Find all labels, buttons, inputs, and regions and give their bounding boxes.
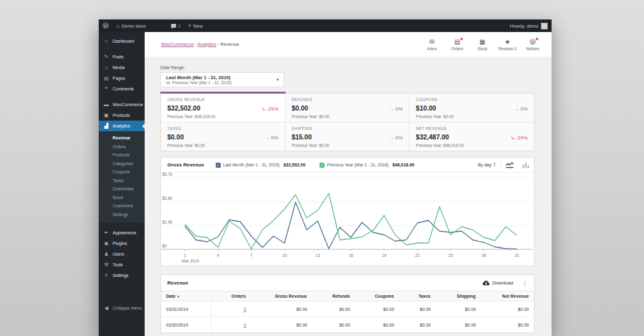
sidebar-item-label: WooCommerce [113, 102, 143, 107]
cloud-download-icon [482, 280, 490, 286]
bar-chart-icon [522, 161, 530, 168]
sidebar-item-plugins[interactable]: ◉Plugins [99, 238, 145, 249]
sidebar-item-posts[interactable]: ✎Posts [99, 51, 145, 62]
new-content-button[interactable]: + New [184, 19, 206, 32]
comments-icon: ❝ [103, 86, 110, 92]
summary-tile-net-revenue[interactable]: NET REVENUE$32,487.00↘ -29%Previous Year… [409, 122, 534, 151]
activity-tab-stock[interactable]: ▦Stock [470, 38, 495, 51]
breadcrumb-analytics[interactable]: Analytics [197, 41, 216, 47]
submenu-item-stock[interactable]: Stock [99, 193, 145, 202]
legend-label: Previous Year (Mar 1 - 31, 2018) [327, 163, 389, 167]
orders-count-link[interactable]: 0 [244, 307, 247, 312]
sidebar-item-label: Products [113, 113, 130, 117]
summary-tile-shipping[interactable]: SHIPPING$15.00→ 0%Previous Year: $0.00 [286, 122, 410, 151]
plugins-icon: ◉ [103, 241, 110, 246]
cell-amount: $0.00 [355, 317, 399, 333]
submenu-item-customers[interactable]: Customers [99, 202, 145, 210]
comment-bubble-icon [171, 24, 176, 28]
tile-trend: → 0% [389, 135, 403, 141]
submenu-item-orders[interactable]: Orders [99, 143, 145, 151]
sidebar-item-products[interactable]: ▣Products [99, 110, 145, 121]
submenu-item-taxes[interactable]: Taxes [99, 176, 145, 185]
summary-tile-gross-revenue[interactable]: GROSS REVENUE$32,502.00↘ -29%Previous Ye… [161, 94, 286, 122]
sidebar-item-label: Plugins [113, 241, 127, 246]
date-range-primary: Last Month (Mar 1 - 31, 2019) [166, 75, 276, 80]
submenu-item-revenue[interactable]: Revenue [99, 134, 145, 143]
chart-header: Gross Revenue ✓Last Month (Mar 1 - 31, 2… [161, 158, 534, 173]
sidebar-item-label: Settings [113, 273, 128, 278]
home-icon: ⌂ [116, 23, 119, 29]
column-header-coupons[interactable]: Coupons [355, 291, 399, 301]
sidebar-item-label: Posts [113, 55, 124, 59]
chart-svg: $0$1.9k$3.8k$5.7k1471013161922252831Mar … [161, 173, 533, 266]
submenu-item-settings[interactable]: Settings [99, 210, 145, 219]
wp-admin-bar: Ⓦ ⌂ Demo store 0 + New Howdy, demo [99, 19, 552, 32]
sidebar-item-media[interactable]: ♫Media [99, 62, 145, 73]
breadcrumb-woocommerce[interactable]: WooCommerce [161, 41, 194, 47]
chevron-down-icon: ▾ [276, 77, 279, 82]
legend-item[interactable]: ✓Last Month (Mar 1 - 31, 2019)$32,502.00 [216, 163, 306, 168]
sidebar-item-users[interactable]: ♟Users [99, 249, 145, 259]
sidebar-item-comments[interactable]: ❝Comments [99, 84, 145, 94]
legend-checkbox-icon[interactable]: ✓ [216, 163, 221, 168]
submenu-item-products[interactable]: Products [99, 151, 145, 160]
bar-chart-toggle-button[interactable] [518, 158, 534, 173]
activity-tab-orders[interactable]: ▤Orders [445, 38, 470, 51]
download-button[interactable]: Download [482, 280, 513, 286]
activity-tab-label: Reviews 0 [498, 46, 516, 51]
activity-tab-reviews[interactable]: ★Reviews 0 [495, 38, 520, 51]
line-chart-toggle-button[interactable] [501, 158, 518, 173]
sidebar-item-appearance[interactable]: ✒Appearance [99, 227, 145, 238]
summary-tile-taxes[interactable]: TAXES$0.00→ 0%Previous Year: $0.00 [161, 122, 286, 151]
cell-amount: $0.00 [481, 317, 534, 333]
column-header-orders[interactable]: Orders [211, 291, 251, 301]
activity-tab-inbox[interactable]: ✉Inbox [419, 38, 445, 51]
cell-amount: $0.00 [251, 301, 312, 317]
sidebar-item-label: Pages [113, 76, 125, 80]
legend-item[interactable]: ✓Previous Year (Mar 1 - 31, 2018)$46,018… [319, 163, 414, 168]
wp-logo-menu[interactable]: Ⓦ [99, 19, 113, 32]
legend-checkbox-icon[interactable]: ✓ [319, 163, 325, 168]
sidebar-item-tools[interactable]: ⚒Tools [99, 259, 145, 270]
column-header-net-revenue[interactable]: Net Revenue [481, 291, 534, 301]
sidebar-item-analytics[interactable]: ▟Analytics [99, 121, 145, 131]
date-range-dropdown[interactable]: Last Month (Mar 1 - 31, 2019) vs. Previo… [160, 72, 284, 87]
sidebar-item-settings[interactable]: ≡Settings [99, 270, 145, 281]
submenu-item-coupons[interactable]: Coupons [99, 168, 145, 176]
column-header-gross-revenue[interactable]: Gross Revenue [251, 291, 312, 301]
sidebar-item-woocommerce[interactable]: ▬WooCommerce [99, 99, 145, 110]
ellipsis-menu-icon[interactable]: ⋮ [513, 280, 528, 286]
users-icon: ♟ [103, 251, 110, 257]
column-header-shipping[interactable]: Shipping [436, 291, 481, 301]
cell-amount: $0.00 [481, 301, 534, 317]
cell-date: 03/31/2019 [161, 301, 211, 317]
sidebar-item-label: Comments [113, 87, 134, 91]
activity-tab-notices[interactable]: ⓌNotices [520, 38, 545, 51]
comments-shortcut[interactable]: 0 [167, 19, 184, 32]
sidebar-item-pages[interactable]: ▤Pages [99, 73, 145, 84]
user-avatar[interactable] [541, 23, 548, 30]
interval-select[interactable]: By day ▲▼ [473, 163, 501, 167]
column-header-date[interactable]: Date ∨ [161, 291, 211, 301]
summary-tile-refunds[interactable]: REFUNDS$0.00→ 0%Previous Year: $0.00 [286, 94, 410, 122]
cell-orders: 0 [211, 317, 251, 333]
column-header-taxes[interactable]: Taxes [399, 291, 436, 301]
summary-tile-coupons[interactable]: COUPONS$10.00→ 0%Previous Year: $0.00 [409, 94, 534, 122]
svg-text:31: 31 [514, 253, 519, 257]
table-title: Revenue [167, 280, 482, 286]
tile-trend: ↘ -29% [261, 106, 279, 112]
chart-panel: Gross Revenue ✓Last Month (Mar 1 - 31, 2… [160, 157, 535, 266]
media-icon: ♫ [103, 65, 110, 70]
svg-text:25: 25 [448, 253, 453, 257]
submenu-item-categories[interactable]: Categories [99, 160, 145, 168]
cell-amount: $0.00 [399, 301, 436, 317]
collapse-menu-button[interactable]: ◀Collapse menu [99, 303, 145, 313]
svg-text:Mar 2019: Mar 2019 [182, 259, 199, 263]
column-header-refunds[interactable]: Refunds [313, 291, 355, 301]
posts-icon: ✎ [103, 54, 110, 60]
submenu-item-downloads[interactable]: Downloads [99, 185, 145, 193]
sidebar-item-dashboard[interactable]: ⌂Dashboard [99, 36, 145, 46]
howdy-label[interactable]: Howdy, demo [510, 23, 538, 29]
site-name-link[interactable]: ⌂ Demo store [113, 19, 150, 32]
orders-count-link[interactable]: 0 [244, 323, 247, 327]
